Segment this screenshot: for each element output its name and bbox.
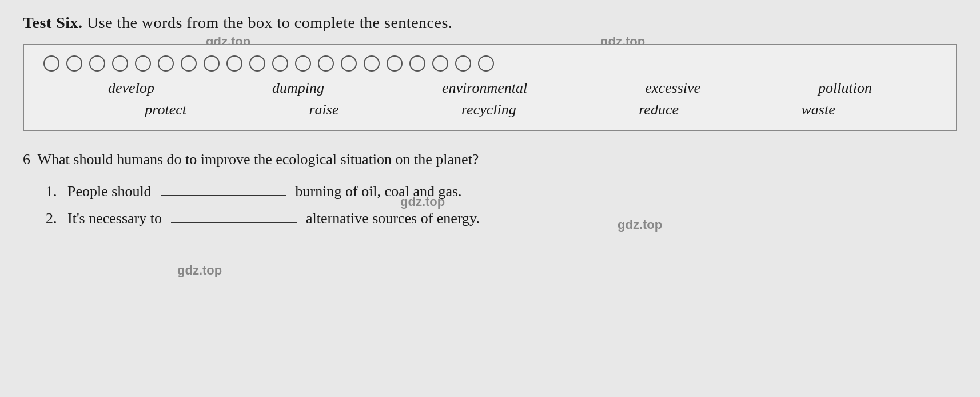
sentence-2-before: It's necessary to	[67, 205, 162, 232]
question-number: 6	[23, 151, 30, 168]
test-title: Test Six. Use the words from the box to …	[23, 11, 957, 34]
circle-16	[387, 55, 403, 72]
sentence-1: 1. People should burning of oil, coal an…	[46, 178, 957, 205]
question-body: What should humans do to improve the eco…	[38, 151, 479, 168]
circle-18	[432, 55, 448, 72]
sentence-1-before: People should	[67, 178, 152, 205]
watermark-5: gdz.top	[177, 263, 222, 278]
sentence-1-blank	[161, 195, 286, 196]
question-text: 6 What should humans do to improve the e…	[23, 148, 957, 170]
title-bold: Test Six.	[23, 14, 83, 31]
title-rest: Use the words from the box to complete t…	[83, 14, 453, 31]
circle-15	[364, 55, 380, 72]
page-container: gdz.top gdz.top gdz.top gdz.top gdz.top …	[0, 0, 980, 397]
word-pollution: pollution	[818, 80, 872, 97]
word-box: develop dumping environmental excessive …	[23, 44, 957, 131]
question-section: 6 What should humans do to improve the e…	[23, 148, 957, 232]
watermark-3: gdz.top	[400, 194, 445, 209]
circle-12	[295, 55, 311, 72]
sentence-2-blank	[171, 222, 297, 223]
words-row2: protect raise recycling reduce waste	[38, 101, 942, 118]
sentence-2: 2. It's necessary to alternative sources…	[46, 205, 957, 232]
circle-14	[341, 55, 357, 72]
circle-8	[204, 55, 220, 72]
word-reduce: reduce	[639, 101, 679, 118]
word-waste: waste	[801, 101, 835, 118]
sentence-1-number: 1.	[46, 178, 63, 205]
circle-4	[112, 55, 128, 72]
circle-1	[43, 55, 59, 72]
circle-19	[455, 55, 471, 72]
circle-13	[318, 55, 334, 72]
circle-10	[249, 55, 265, 72]
circle-17	[409, 55, 425, 72]
sentence-2-after: alternative sources of energy.	[306, 205, 480, 232]
word-raise: raise	[309, 101, 338, 118]
word-excessive: excessive	[645, 80, 700, 97]
words-row1: develop dumping environmental excessive …	[38, 80, 942, 97]
circles-row	[38, 55, 942, 72]
circle-11	[272, 55, 288, 72]
word-dumping: dumping	[272, 80, 324, 97]
circle-20	[478, 55, 494, 72]
circle-2	[66, 55, 82, 72]
circle-5	[135, 55, 151, 72]
sentence-2-number: 2.	[46, 205, 63, 232]
word-develop: develop	[108, 80, 154, 97]
word-protect: protect	[145, 101, 186, 118]
circle-7	[181, 55, 197, 72]
word-recycling: recycling	[461, 101, 516, 118]
circle-3	[89, 55, 105, 72]
circle-6	[158, 55, 174, 72]
word-environmental: environmental	[442, 80, 527, 97]
watermark-4: gdz.top	[618, 217, 662, 232]
circle-9	[226, 55, 242, 72]
